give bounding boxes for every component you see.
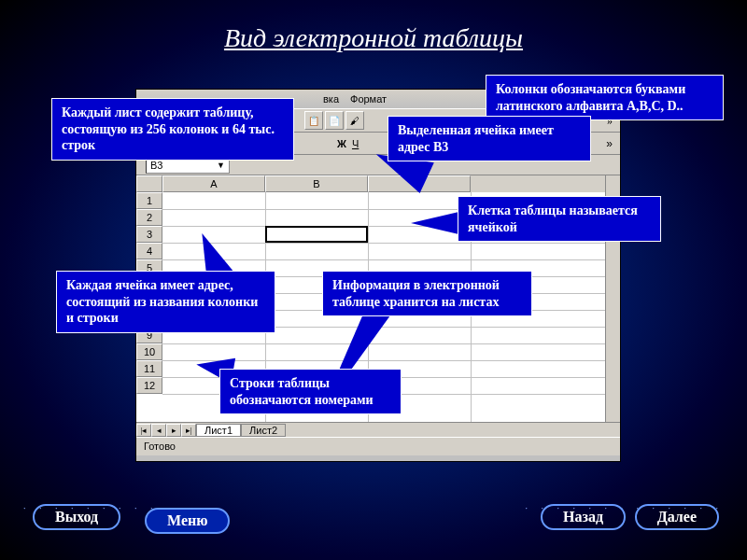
exit-button[interactable]: Выход <box>33 504 120 530</box>
chevron-icon[interactable]: » <box>606 137 613 150</box>
scroll-first-icon[interactable]: |◂ <box>136 424 151 437</box>
row-header[interactable]: 10 <box>136 343 162 360</box>
scroll-prev-icon[interactable]: ◂ <box>151 424 166 437</box>
menu-button[interactable]: Меню <box>145 508 230 534</box>
select-all-corner[interactable] <box>136 175 162 192</box>
row-header[interactable]: 2 <box>136 209 162 226</box>
row-header[interactable]: 1 <box>136 192 162 209</box>
paste-icon[interactable]: 📄 <box>325 111 344 130</box>
row-header[interactable]: 3 <box>136 226 162 243</box>
bold-button[interactable]: Ж <box>337 138 346 149</box>
callout-sheet-size: Каждый лист содержит таблицу, состоящую … <box>51 98 294 161</box>
column-header[interactable]: A <box>162 175 265 192</box>
copy-icon[interactable]: 📋 <box>304 111 323 130</box>
row-header[interactable]: 4 <box>136 243 162 259</box>
scroll-next-icon[interactable]: ▸ <box>166 424 181 437</box>
callout-cell-name: Клетка таблицы называется ячейкой <box>458 196 661 242</box>
slide-title: Вид электронной таблицы <box>0 0 747 53</box>
menu-item[interactable]: вка <box>323 93 339 105</box>
underline-button[interactable]: Ч <box>352 138 359 149</box>
sheet-tab[interactable]: Лист2 <box>241 424 286 437</box>
callout-sheets-info: Информация в электронной таблице хранитс… <box>322 271 532 316</box>
next-button[interactable]: Далее <box>635 504 719 530</box>
column-header[interactable]: B <box>265 175 368 192</box>
back-button[interactable]: Назад <box>541 504 626 530</box>
row-header[interactable]: 11 <box>136 360 162 377</box>
active-cell-b3[interactable] <box>265 226 368 243</box>
callout-columns: Колонки обозначаются буквами латинского … <box>486 75 724 120</box>
scroll-last-icon[interactable]: ▸| <box>181 424 196 437</box>
column-headers: A B C <box>162 175 605 192</box>
menu-item[interactable]: Формат <box>350 93 387 105</box>
name-box-value: B3 <box>150 160 162 171</box>
brush-icon[interactable]: 🖌 <box>345 111 364 130</box>
horizontal-scrollbar[interactable]: |◂ ◂ ▸ ▸| Лист1 Лист2 <box>136 422 620 437</box>
callout-cell-address: Каждая ячейка имеет адрес, состоящий из … <box>56 271 275 333</box>
row-header[interactable]: 12 <box>136 377 162 394</box>
sheet-tab-active[interactable]: Лист1 <box>196 424 241 437</box>
callout-active-cell: Выделенная ячейка имеет адрес B3 <box>388 116 591 161</box>
dropdown-icon[interactable]: ▼ <box>217 161 225 170</box>
status-bar: Готово <box>136 437 620 455</box>
callout-row-numbers: Строки таблицы обозначаются номерами <box>219 369 402 414</box>
